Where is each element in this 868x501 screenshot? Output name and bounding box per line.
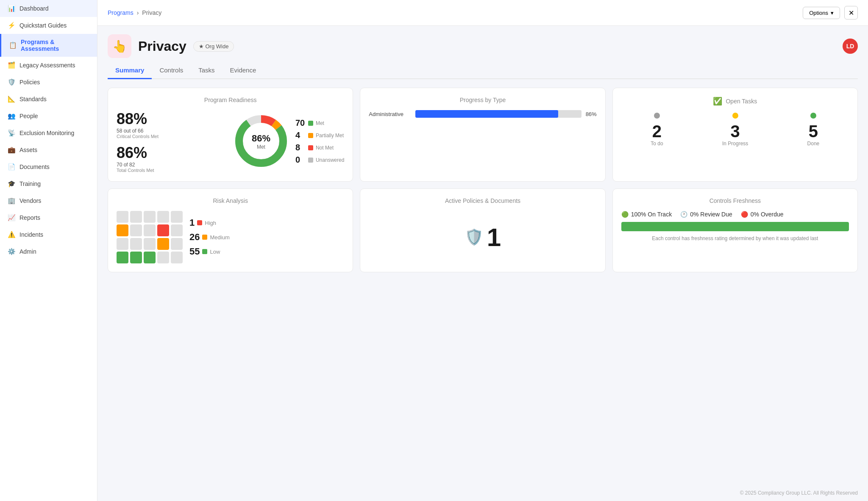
freshness-progress-bar <box>621 222 849 231</box>
sidebar-icon-programs: 📋 <box>9 42 17 49</box>
sidebar-icon-policies: 🛡️ <box>8 78 15 86</box>
sidebar-item-reports[interactable]: 📈 Reports <box>0 209 97 226</box>
sidebar-label-vendors: Vendors <box>19 197 41 204</box>
open-tasks-card: ✅ Open Tasks 2 To do 3 In Progress 5 Don… <box>612 88 858 182</box>
tab-controls[interactable]: Controls <box>152 62 191 79</box>
risk-cell <box>117 252 128 263</box>
risk-cell <box>157 224 169 236</box>
task-num: 2 <box>651 122 663 141</box>
sidebar-item-training[interactable]: 🎓 Training <box>0 175 97 192</box>
tab-evidence[interactable]: Evidence <box>223 62 264 79</box>
options-button[interactable]: Options ▾ <box>803 7 840 19</box>
prog-bar-admin-wrap <box>415 110 581 118</box>
sidebar-icon-documents: 📄 <box>8 163 15 171</box>
freshness-review-due: 🕐 0% Review Due <box>680 211 732 218</box>
sidebar-item-exclusion[interactable]: 📡 Exclusion Monitoring <box>0 125 97 141</box>
overdue-label: 0% Overdue <box>751 211 784 218</box>
sidebar-item-policies[interactable]: 🛡️ Policies <box>0 74 97 91</box>
risk-content: 1 High 26 Medium 55 Low <box>117 211 344 263</box>
task-label: In Progress <box>722 141 748 147</box>
task-col-in-progress: 3 In Progress <box>722 113 748 147</box>
sidebar-label-admin: Admin <box>19 248 36 255</box>
sidebar-label-incidents: Incidents <box>19 231 43 238</box>
tab-tasks[interactable]: Tasks <box>191 62 222 79</box>
donut-chart: 86% Met <box>234 113 289 170</box>
risk-cell <box>144 224 156 236</box>
controls-freshness-card: Controls Freshness 🟢 100% On Track 🕐 0% … <box>612 188 858 272</box>
program-readiness-title: Program Readiness <box>117 97 344 103</box>
risk-legend-item: 55 Low <box>189 246 230 257</box>
sidebar-label-reports: Reports <box>19 214 40 221</box>
sidebar-item-documents[interactable]: 📄 Documents <box>0 158 97 175</box>
overdue-icon: 🔴 <box>741 211 748 218</box>
topbar-right: Options ▾ ✕ <box>803 6 858 19</box>
bottom-cards-row: Risk Analysis 1 High 26 Medium 55 Low <box>108 188 858 272</box>
readiness-stats: 88% 58 out of 66 Critical Controls Met 8… <box>117 110 227 173</box>
review-due-label: 0% Review Due <box>690 211 732 218</box>
on-track-label: 100% On Track <box>631 211 672 218</box>
risk-cell <box>117 211 128 223</box>
sidebar-icon-training: 🎓 <box>8 180 15 188</box>
risk-cell <box>171 224 183 236</box>
risk-cell <box>157 211 169 223</box>
risk-cell <box>117 238 128 250</box>
sidebar-item-people[interactable]: 👥 People <box>0 108 97 125</box>
tabs: SummaryControlsTasksEvidence <box>108 62 858 79</box>
freshness-on-track: 🟢 100% On Track <box>621 211 672 218</box>
top-cards-row: Program Readiness 88% 58 out of 66 Criti… <box>108 88 858 182</box>
sidebar-icon-exclusion: 📡 <box>8 129 15 137</box>
sidebar-item-quickstart[interactable]: ⚡ Quickstart Guides <box>0 17 97 34</box>
risk-cell <box>144 252 156 263</box>
risk-cell <box>130 252 142 263</box>
risk-cell <box>171 238 183 250</box>
sidebar-icon-dashboard: 📊 <box>8 5 15 12</box>
task-col-to-do: 2 To do <box>651 113 663 147</box>
legend-item: 4 Partially Met <box>295 130 344 140</box>
task-num: 3 <box>722 122 748 141</box>
close-button[interactable]: ✕ <box>844 6 858 19</box>
prog-label-admin: Administrative <box>369 111 411 117</box>
page-header: 👆 Privacy ★ Org Wide LD <box>108 26 858 62</box>
org-badge[interactable]: ★ Org Wide <box>193 41 234 52</box>
sidebar-item-vendors[interactable]: 🏢 Vendors <box>0 192 97 209</box>
prog-pct-admin: 86% <box>586 111 597 117</box>
risk-analysis-title: Risk Analysis <box>117 197 344 204</box>
policy-shield-icon: 🛡️ <box>465 228 484 246</box>
progress-by-type-title: Progress by Type <box>369 97 596 103</box>
controls-freshness-title: Controls Freshness <box>621 197 849 204</box>
legend-item: 0 Unanswered <box>295 155 344 165</box>
sidebar-item-programs[interactable]: 📋 Programs & Assessments <box>0 34 97 57</box>
task-dot <box>810 113 816 119</box>
on-track-icon: 🟢 <box>621 211 629 218</box>
task-label: To do <box>651 141 663 147</box>
risk-cell <box>171 211 183 223</box>
risk-legend-item: 26 Medium <box>189 232 230 243</box>
legend-item: 8 Not Met <box>295 143 344 152</box>
sidebar-item-incidents[interactable]: ⚠️ Incidents <box>0 226 97 243</box>
sidebar-label-quickstart: Quickstart Guides <box>19 22 67 29</box>
avatar: LD <box>843 39 858 54</box>
sidebar-label-legacy: Legacy Assessments <box>19 62 75 69</box>
breadcrumb-parent[interactable]: Programs <box>108 9 134 16</box>
sidebar-icon-vendors: 🏢 <box>8 197 15 205</box>
freshness-stats-row: 🟢 100% On Track 🕐 0% Review Due 🔴 0% Ove… <box>621 211 849 218</box>
sidebar-item-assets[interactable]: 💼 Assets <box>0 141 97 158</box>
sidebar-item-admin[interactable]: ⚙️ Admin <box>0 243 97 260</box>
sidebar-item-legacy[interactable]: 🗂️ Legacy Assessments <box>0 57 97 74</box>
sidebar-icon-quickstart: ⚡ <box>8 22 15 29</box>
sidebar-label-documents: Documents <box>19 163 50 170</box>
task-col-done: 5 Done <box>807 113 820 147</box>
main-content: Programs › Privacy Options ▾ ✕ 👆 Privacy… <box>97 0 868 501</box>
page-title: Privacy <box>138 39 186 54</box>
footer-text: © 2025 Compliancy Group LLC. All Rights … <box>740 490 858 496</box>
sidebar-item-standards[interactable]: 📐 Standards <box>0 91 97 108</box>
task-label: Done <box>807 141 820 147</box>
tab-summary[interactable]: Summary <box>108 62 152 79</box>
sidebar-item-dashboard[interactable]: 📊 Dashboard <box>0 0 97 17</box>
readiness-legend: 70 Met 4 Partially Met 8 Not Met 0 Unans… <box>295 118 344 165</box>
open-tasks-title: Open Tasks <box>726 98 757 105</box>
sidebar-label-people: People <box>19 113 38 119</box>
task-dot <box>732 113 738 119</box>
sidebar-label-standards: Standards <box>19 96 47 102</box>
risk-cell <box>130 224 142 236</box>
